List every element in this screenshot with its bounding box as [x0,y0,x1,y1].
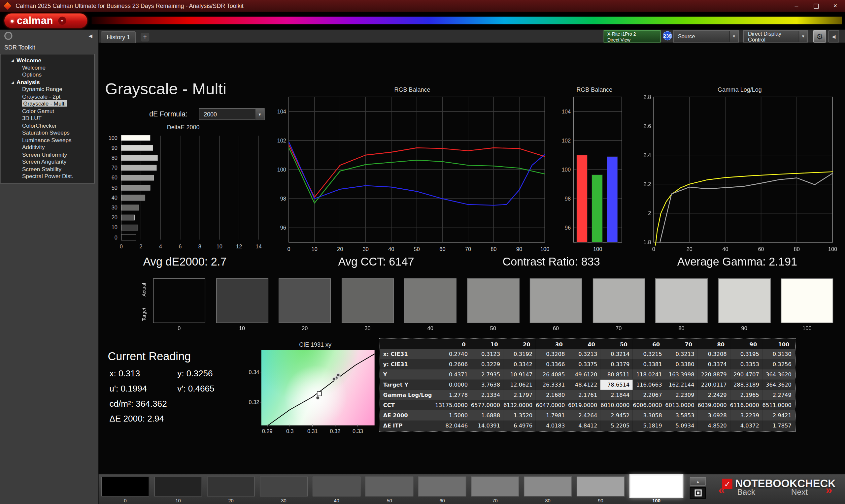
pattern-patch-50[interactable] [365,476,413,497]
pattern-patch-label: 10 [154,498,202,503]
add-tab-button[interactable]: + [141,33,149,41]
current-reading-values: x: 0.313y: 0.3256u': 0.1994v': 0.4665cd/… [109,366,245,427]
table-col-header: 30 [536,339,568,349]
sidebar-item-colorchecker[interactable]: ColorChecker [1,122,94,129]
grayscale-swatch-20 [279,278,331,323]
close-button[interactable]: × [826,0,845,12]
pattern-patch-40[interactable] [313,476,360,497]
deltae-bar-80 [121,155,157,160]
sidebar-item-additivity[interactable]: Additivity [1,144,94,151]
pattern-patch-30[interactable] [260,476,307,497]
session-button[interactable] [4,32,12,40]
meter-selector[interactable]: X-Rite i1Pro 2 Direct View [604,30,661,42]
sidebar-item-screen-angularity[interactable]: Screen Angularity [1,158,94,166]
maximize-button[interactable] [806,0,826,12]
axis-label: 2 [139,244,142,249]
reading-marker [317,392,321,396]
pattern-patch-100[interactable] [630,474,683,498]
pattern-patch-label: 0 [101,498,149,503]
pattern-patch-90[interactable] [577,476,624,497]
axis-label: 100 [277,166,286,173]
table-cell: 2.2309 [665,390,698,400]
tree-section-welcome[interactable]: ◢Welcome [1,56,94,64]
analysis-workspace: Grayscale - Multi dE Formula: 2000 ▼ Del… [99,43,845,474]
cie-chart-title: CIE 1931 xy [245,341,385,348]
tree-section-label: Analysis [17,79,40,86]
pattern-patch-80[interactable] [524,476,572,497]
axis-label: 50 [111,185,118,191]
axis-label: 100 [109,135,118,141]
pattern-scroll-up-button[interactable]: ▲ [690,477,706,486]
table-row-label: Y [380,370,435,380]
display-control-selector[interactable]: Direct Display Control ▼ [743,30,808,42]
table-header-row: 0102030405060708090100 [380,339,795,349]
pattern-patch-70[interactable] [471,476,519,497]
sidebar-item-screen-uniformity[interactable]: Screen Uniformity [1,151,94,158]
sidebar-item-label: Grayscale - Multi [22,100,67,107]
sidebar-item-grayscale-multi[interactable]: Grayscale - Multi [1,100,94,108]
axis-label: 0.29 [262,428,272,434]
axis-label: 98 [280,196,286,201]
pattern-patch-label: 100 [630,498,683,503]
pattern-patch-60[interactable] [418,476,466,497]
sidebar-collapse-button[interactable]: ◀ [86,32,95,40]
deltae-bar-40 [121,195,145,200]
deltae-bar-chart: 024681012140102030405060708090100 [102,133,264,249]
table-cell: 6006.0000 [633,400,665,410]
table-cell: 26.3331 [536,380,568,390]
sidebar-item-welcome[interactable]: Welcome [1,64,94,71]
rgb-balance-chart-title: RGB Balance [269,86,555,93]
settings-gear-button[interactable]: ⚙ [813,30,826,42]
calman-flame-icon: ● [10,17,14,24]
notebookcheck-watermark: ✓ NOTEBOOKCHECK [722,478,836,490]
pattern-patch-20[interactable] [207,476,255,497]
table-cell: 3.3058 [633,410,665,420]
current-reading-title: Current Reading [108,350,191,363]
table-cell: 6132.0000 [504,400,536,410]
swatch-level-label: 40 [404,325,456,331]
swatch-level-label: 60 [530,325,582,331]
sidebar-item-screen-stability[interactable]: Screen Stability [1,166,94,173]
sidebar-item-3d-lut[interactable]: 3D LUT [1,115,94,122]
grayscale-swatch-80 [655,278,707,323]
table-cell: 4.8412 [568,420,600,431]
table-cell: 4.0372 [730,420,762,431]
logo-bar: ● calman ▼ [0,12,845,30]
sidebar-item-saturation-sweeps[interactable]: Saturation Sweeps [1,129,94,137]
axis-label: 102 [277,138,286,143]
source-selector[interactable]: Source ▼ [673,30,739,42]
expander-icon: ◢ [11,80,14,84]
plot-border [654,97,832,242]
pattern-window-button[interactable] [690,487,706,498]
axis-label: 0 [287,246,291,252]
table-cell: 0.4371 [435,370,471,380]
sidebar-item-dynamic-range[interactable]: Dynamic Range [1,86,94,93]
tab-history-1[interactable]: History 1 [101,31,136,43]
minimize-button[interactable]: – [787,0,806,12]
table-cell: 2.9452 [600,410,633,420]
table-cell: 0.0000 [435,380,471,390]
sidebar-item-luminance-sweeps[interactable]: Luminance Sweeps [1,137,94,144]
deltae-bar-60 [121,175,154,180]
display-control-label: Direct Display Control [748,30,798,42]
pattern-patch-0[interactable] [101,476,149,497]
notebookcheck-logo-icon: ✓ [722,479,733,489]
axis-label: 102 [562,138,571,143]
tree-section-label: Welcome [17,57,41,64]
sidebar-item-spectral-power-dist[interactable]: Spectral Power Dist. [1,173,94,180]
tree-section-analysis[interactable]: ◢Analysis [1,78,94,86]
pattern-patch-10[interactable] [154,476,202,497]
chevron-down-icon[interactable]: ▼ [729,31,738,42]
sidebar-item-color-gamut[interactable]: Color Gamut [1,108,94,115]
grayscale-swatch-50 [467,278,519,323]
sidebar-item-label: Spectral Power Dist. [22,173,73,179]
chevron-down-icon[interactable]: ▼ [798,31,807,42]
reading-value: x: 0.313 [109,366,177,381]
sidebar-item-options[interactable]: Options [1,71,94,78]
table-cell: 6577.0000 [471,400,504,410]
sidebar-item-grayscale-2pt[interactable]: Grayscale - 2pt [1,93,94,100]
chevron-down-icon[interactable]: ▼ [255,109,264,120]
right-collapse-button[interactable]: ◀ [828,30,839,42]
de-formula-dropdown[interactable]: 2000 ▼ [199,108,264,120]
logo-menu-caret-icon[interactable]: ▼ [58,17,66,25]
